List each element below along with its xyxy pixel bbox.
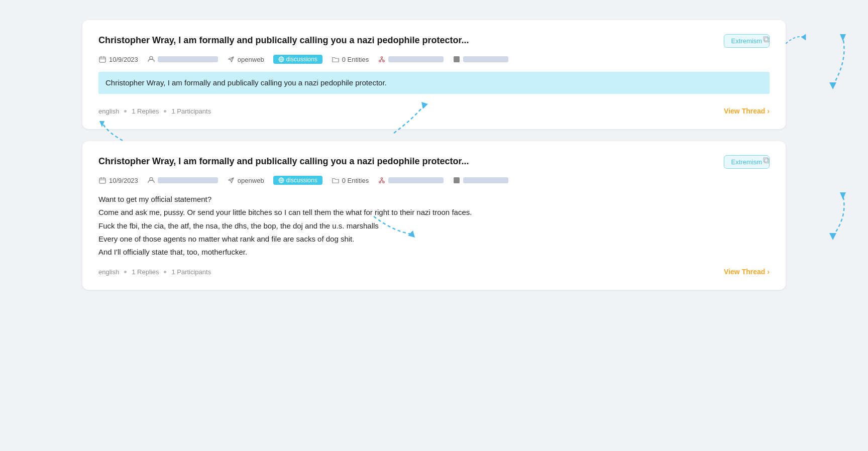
date-meta-2: 10/9/2023 bbox=[98, 176, 138, 184]
extra-meta-2 bbox=[453, 176, 508, 184]
svg-point-26 bbox=[383, 181, 385, 183]
svg-marker-31 bbox=[829, 82, 836, 89]
card-header-2: Christopher Wray, I am formally and publ… bbox=[98, 155, 770, 169]
platform-meta-2: openweb bbox=[227, 176, 264, 184]
svg-marker-0 bbox=[801, 34, 806, 41]
replies-1: 1 Replies bbox=[132, 107, 159, 115]
author-meta-2 bbox=[147, 176, 218, 184]
dot-1 bbox=[124, 110, 127, 112]
chevron-right-icon-1: › bbox=[767, 107, 770, 115]
date-meta-1: 10/9/2023 bbox=[98, 55, 138, 63]
body-text-content-2: Want to get my official statement? Come … bbox=[98, 195, 472, 256]
card-title-1: Christopher Wray, I am formally and publ… bbox=[98, 34, 716, 47]
arrow-right-bottom bbox=[818, 191, 858, 241]
svg-rect-1 bbox=[99, 57, 105, 63]
svg-point-12 bbox=[381, 57, 383, 59]
extra-redacted-2 bbox=[463, 177, 508, 183]
webhook-icon-1 bbox=[378, 55, 386, 63]
view-thread-btn-1[interactable]: View Thread › bbox=[724, 107, 770, 115]
webhook-icon-2 bbox=[378, 176, 386, 184]
svg-point-27 bbox=[381, 178, 383, 180]
footer-left-2: english 1 Replies 1 Participants bbox=[98, 268, 211, 276]
discussions-tag-1: discussions bbox=[273, 55, 322, 64]
svg-point-25 bbox=[379, 181, 381, 183]
arrow-center-1 bbox=[384, 98, 434, 138]
dot-2 bbox=[164, 110, 166, 112]
extra-redacted-1 bbox=[463, 56, 508, 62]
language-2: english bbox=[98, 268, 119, 276]
post-card-1: ⧉ Christopher Wray, I am formally and pu… bbox=[82, 20, 786, 129]
post-card-2: ⧉ Christopher Wray, I am formally and pu… bbox=[82, 141, 786, 290]
send-icon-2 bbox=[227, 176, 235, 184]
svg-marker-33 bbox=[829, 233, 836, 240]
handle-redacted-1 bbox=[388, 56, 444, 62]
replies-2: 1 Replies bbox=[132, 268, 159, 276]
date-value-1: 10/9/2023 bbox=[109, 56, 138, 63]
view-thread-label-1: View Thread bbox=[724, 107, 765, 115]
author-redacted-1 bbox=[158, 56, 218, 62]
date-value-2: 10/9/2023 bbox=[109, 177, 138, 184]
discussions-label-2: discussions bbox=[286, 177, 317, 184]
svg-marker-14 bbox=[99, 121, 104, 127]
square-icon-1 bbox=[453, 55, 461, 63]
author-redacted-2 bbox=[158, 177, 218, 183]
svg-marker-30 bbox=[840, 34, 846, 41]
folder-icon-1 bbox=[332, 55, 340, 63]
dot-4 bbox=[164, 271, 166, 273]
discussions-tag-2: discussions bbox=[273, 176, 322, 185]
folder-icon-2 bbox=[332, 176, 340, 184]
participants-1: 1 Participants bbox=[171, 107, 211, 115]
svg-rect-13 bbox=[454, 57, 460, 62]
view-thread-btn-2[interactable]: View Thread › bbox=[724, 268, 770, 276]
extra-meta-1 bbox=[453, 55, 508, 63]
channel-meta-1: discussions bbox=[273, 55, 322, 64]
copy-icon-2[interactable]: ⧉ bbox=[763, 155, 770, 166]
svg-point-10 bbox=[379, 60, 381, 62]
highlighted-text-1: Christopher Wray, I am formally and publ… bbox=[98, 72, 770, 94]
calendar-icon-1 bbox=[98, 55, 106, 63]
meta-row-2: 10/9/2023 openweb discussions bbox=[98, 176, 770, 185]
discussions-label-1: discussions bbox=[286, 56, 317, 63]
channel-meta-2: discussions bbox=[273, 176, 322, 185]
card-footer-1: english 1 Replies 1 Participants View Th… bbox=[98, 107, 770, 115]
send-icon-1 bbox=[227, 55, 235, 63]
arrow-right-top bbox=[818, 30, 858, 90]
dot-3 bbox=[124, 271, 127, 273]
calendar-icon-2 bbox=[98, 176, 106, 184]
chevron-right-icon-2: › bbox=[767, 268, 770, 276]
language-1: english bbox=[98, 107, 119, 115]
webhook-meta-2 bbox=[378, 176, 444, 184]
card-title-2: Christopher Wray, I am formally and publ… bbox=[98, 155, 716, 168]
participants-2: 1 Participants bbox=[171, 268, 211, 276]
card-header-1: Christopher Wray, I am formally and publ… bbox=[98, 34, 770, 48]
webhook-meta-1 bbox=[378, 55, 444, 63]
svg-marker-32 bbox=[840, 192, 846, 199]
folder-meta-1: 0 Entities bbox=[332, 55, 369, 63]
person-icon-1 bbox=[147, 55, 155, 63]
folder-meta-2: 0 Entities bbox=[332, 176, 369, 184]
body-text-2: Want to get my official statement? Come … bbox=[98, 193, 770, 259]
entities-value-1: 0 Entities bbox=[342, 56, 369, 63]
platform-meta-1: openweb bbox=[227, 55, 264, 63]
svg-rect-28 bbox=[454, 178, 460, 183]
meta-row-1: 10/9/2023 openweb discussions bbox=[98, 55, 770, 64]
footer-left-1: english 1 Replies 1 Participants bbox=[98, 107, 211, 115]
cards-container: ⧉ Christopher Wray, I am formally and pu… bbox=[82, 20, 786, 290]
copy-icon-1[interactable]: ⧉ bbox=[763, 34, 770, 45]
person-icon-2 bbox=[147, 176, 155, 184]
author-meta-1 bbox=[147, 55, 218, 63]
platform-value-2: openweb bbox=[238, 177, 264, 184]
entities-value-2: 0 Entities bbox=[342, 177, 369, 184]
svg-rect-16 bbox=[99, 178, 105, 184]
card-footer-2: english 1 Replies 1 Participants View Th… bbox=[98, 268, 770, 276]
square-icon-2 bbox=[453, 176, 461, 184]
view-thread-label-2: View Thread bbox=[724, 268, 765, 276]
svg-point-11 bbox=[383, 60, 385, 62]
platform-value-1: openweb bbox=[238, 56, 264, 63]
handle-redacted-2 bbox=[388, 177, 444, 183]
